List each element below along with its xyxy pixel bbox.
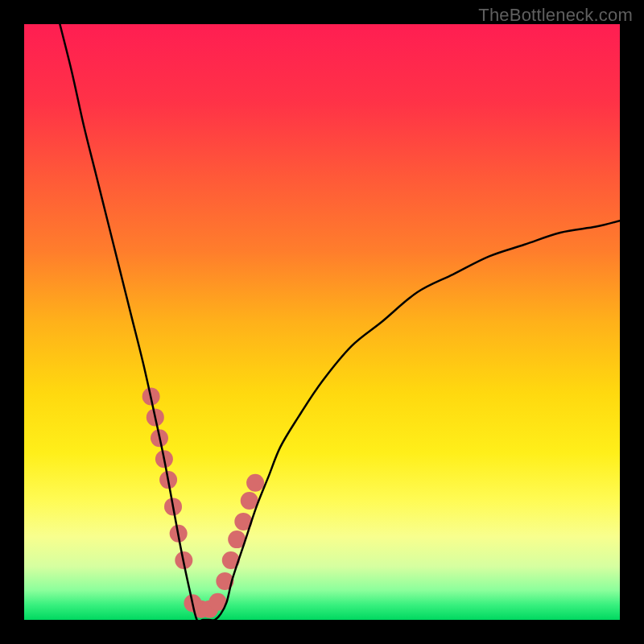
chart-stage: TheBottleneck.com: [0, 0, 644, 644]
watermark-text: TheBottleneck.com: [478, 5, 633, 26]
plot-area: [24, 24, 620, 620]
svg-rect-0: [24, 24, 620, 620]
plot-gradient-bg: [24, 24, 620, 620]
